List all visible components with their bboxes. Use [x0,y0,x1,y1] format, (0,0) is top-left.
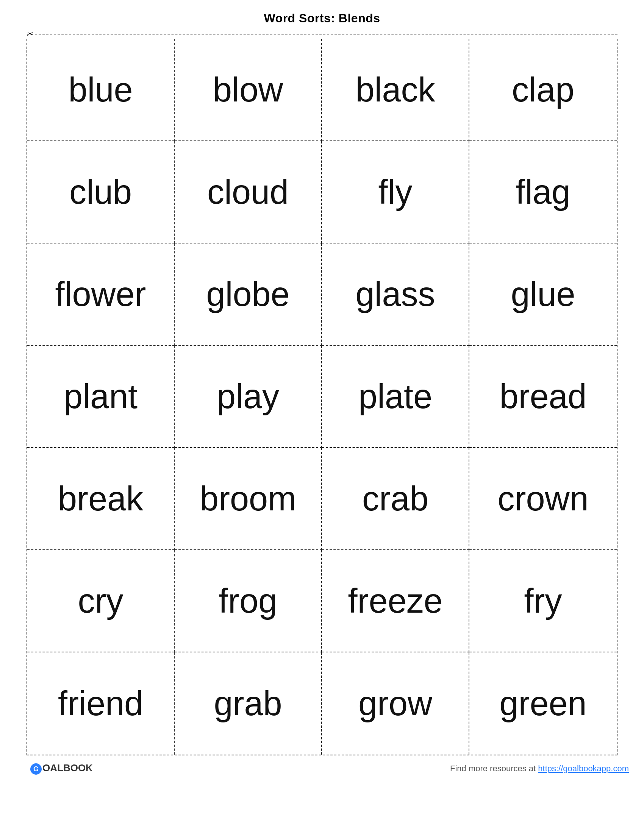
word-text: friend [58,685,143,722]
word-cell: grow [322,652,469,755]
word-cell: clap [469,39,617,141]
word-cell: flag [469,141,617,243]
word-text: grab [214,685,282,722]
word-cell: frog [175,550,322,652]
word-cell: black [322,39,469,141]
word-text: fly [378,174,412,211]
word-text: glass [355,276,435,313]
word-cell: play [175,346,322,448]
word-cell: bread [469,346,617,448]
word-cell: broom [175,448,322,550]
word-cell: fry [469,550,617,652]
goalbook-link[interactable]: https://goalbookapp.com [538,764,629,773]
word-text: green [499,685,586,722]
page-wrapper: Word Sorts: Blends ✂ blueblowblackclapcl… [19,0,625,782]
word-text: broom [200,480,296,518]
word-cell: blue [27,39,175,141]
cut-line-row: ✂ [27,29,617,39]
word-text: clap [512,71,574,109]
page-title: Word Sorts: Blends [27,11,617,26]
top-border-line [35,34,617,34]
word-cell: blow [175,39,322,141]
word-text: plant [64,378,137,415]
word-text: frog [219,582,277,620]
word-grid: blueblowblackclapclubcloudflyflagflowerg… [27,39,617,755]
word-text: bread [499,378,586,415]
word-cell: cry [27,550,175,652]
word-cell: flower [27,243,175,346]
word-text: grow [358,685,432,722]
word-text: play [217,378,279,415]
goalbook-g-icon: G [30,763,42,775]
word-cell: globe [175,243,322,346]
word-text: glue [510,276,575,313]
word-text: club [69,174,132,211]
word-cell: crab [322,448,469,550]
word-text: black [355,71,435,109]
word-text: fry [524,582,562,620]
word-cell: glass [322,243,469,346]
word-cell: break [27,448,175,550]
word-text: blow [213,71,283,109]
goalbook-logo: GOALBOOK [30,762,93,775]
word-cell: crown [469,448,617,550]
word-text: freeze [348,582,443,620]
word-text: flower [55,276,146,313]
word-cell: cloud [175,141,322,243]
word-text: crab [362,480,428,518]
word-cell: glue [469,243,617,346]
word-text: flag [515,174,570,211]
word-cell: freeze [322,550,469,652]
word-text: break [58,480,143,518]
word-cell: fly [322,141,469,243]
word-cell: plate [322,346,469,448]
word-text: blue [68,71,133,109]
word-text: cloud [207,174,289,211]
scissors-icon: ✂ [27,29,33,39]
word-cell: club [27,141,175,243]
word-cell: plant [27,346,175,448]
word-text: globe [206,276,290,313]
goalbook-text: OALBOOK [42,762,93,774]
footer-link-text: Find more resources at https://goalbooka… [450,764,629,774]
word-cell: friend [27,652,175,755]
word-cell: grab [175,652,322,755]
word-text: plate [358,378,432,415]
footer: GOALBOOK Find more resources at https://… [27,762,633,775]
word-text: crown [497,480,588,518]
word-text: cry [78,582,124,620]
word-cell: green [469,652,617,755]
